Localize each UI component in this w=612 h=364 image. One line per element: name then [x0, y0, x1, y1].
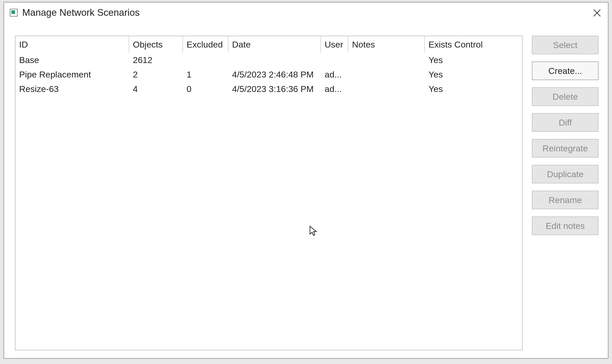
cell-date: 4/5/2023 2:46:48 PM [228, 69, 321, 80]
grid-header-row: ID Objects Excluded Date User Notes Exis… [16, 36, 522, 53]
header-id[interactable]: ID [16, 36, 129, 53]
header-user[interactable]: User [321, 36, 348, 53]
delete-button: Delete [532, 87, 599, 106]
reintegrate-button: Reintegrate [532, 139, 599, 158]
window-title: Manage Network Scenarios [22, 7, 140, 18]
diff-button: Diff [532, 113, 599, 132]
table-row[interactable]: Base2612Yes [16, 53, 522, 67]
cell-id: Pipe Replacement [16, 69, 129, 80]
cell-exists: Yes [425, 84, 522, 94]
select-button: Select [532, 36, 599, 54]
manage-scenarios-dialog: Manage Network Scenarios ID Objects Excl… [4, 2, 608, 359]
cell-objects: 2612 [129, 55, 183, 65]
header-excluded[interactable]: Excluded [183, 36, 228, 53]
close-button[interactable] [591, 7, 603, 19]
cell-exists: Yes [425, 69, 522, 80]
rename-button: Rename [532, 191, 599, 209]
cell-excluded: 1 [183, 69, 228, 80]
header-objects[interactable]: Objects [129, 36, 183, 53]
app-icon [10, 9, 18, 17]
table-row[interactable]: Pipe Replacement214/5/2023 2:46:48 PMad.… [16, 67, 522, 82]
header-notes[interactable]: Notes [348, 36, 425, 53]
cell-user: ad... [321, 84, 348, 94]
duplicate-button: Duplicate [532, 165, 599, 183]
cell-date: 4/5/2023 3:16:36 PM [228, 84, 321, 94]
cell-objects: 2 [129, 69, 183, 80]
cell-excluded: 0 [183, 84, 228, 94]
action-sidebar: Select Create... Delete Diff Reintegrate… [532, 36, 599, 235]
cell-id: Resize-63 [16, 84, 129, 94]
create-button[interactable]: Create... [532, 61, 599, 80]
cell-id: Base [16, 55, 129, 65]
edit-notes-button: Edit notes [532, 216, 599, 235]
scenarios-grid[interactable]: ID Objects Excluded Date User Notes Exis… [15, 36, 523, 350]
table-row[interactable]: Resize-63404/5/2023 3:16:36 PMad...Yes [16, 82, 522, 96]
header-exists[interactable]: Exists Control [425, 40, 522, 50]
header-date[interactable]: Date [228, 36, 321, 53]
cell-user: ad... [321, 69, 348, 80]
cell-objects: 4 [129, 84, 183, 94]
titlebar: Manage Network Scenarios [4, 3, 608, 23]
cell-exists: Yes [425, 55, 522, 65]
close-icon [593, 9, 601, 17]
